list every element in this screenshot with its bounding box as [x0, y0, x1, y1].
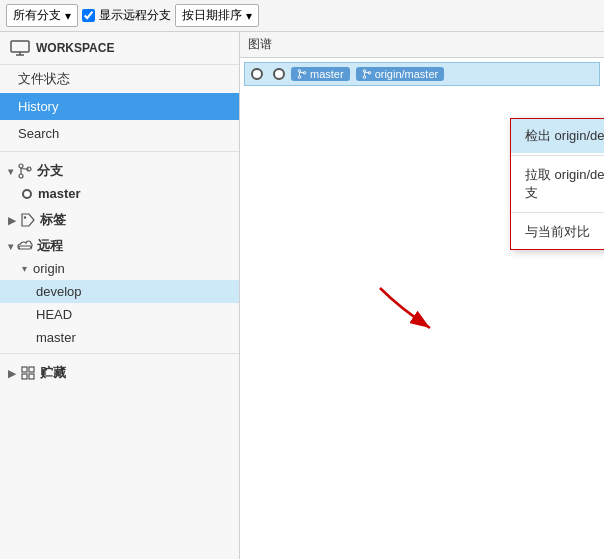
- sidebar-origin[interactable]: ▾ origin: [0, 257, 239, 280]
- origin-chevron-icon: ▾: [22, 263, 27, 274]
- toolbar: 所有分支 ▾ 显示远程分支 按日期排序 ▾: [0, 0, 604, 32]
- branch-filter-label: 所有分支: [13, 7, 61, 24]
- branches-chevron-icon: ▾: [8, 166, 13, 177]
- workspace-label: WORKSPACE: [36, 41, 114, 55]
- svg-rect-9: [29, 367, 34, 372]
- history-label: History: [18, 99, 58, 114]
- context-menu-item-compare[interactable]: 与当前对比: [511, 215, 604, 249]
- main-layout: WORKSPACE 文件状态 History Search ▾ 分支: [0, 32, 604, 559]
- graph-column-label: 图谱: [248, 37, 272, 51]
- master-badge: master: [291, 67, 350, 81]
- divider-1: [0, 151, 239, 152]
- sidebar-head[interactable]: HEAD: [0, 303, 239, 326]
- origin-master-badge: origin/master: [356, 67, 445, 81]
- sidebar-section-stash[interactable]: ▶ 贮藏: [0, 358, 239, 384]
- content-area: 图谱 master: [240, 32, 604, 559]
- context-menu-divider: [511, 155, 604, 156]
- sidebar-item-history[interactable]: History: [0, 93, 239, 120]
- commit-row[interactable]: master origin/master: [244, 62, 600, 86]
- branch-icon: [17, 163, 33, 179]
- cloud-icon: [17, 238, 33, 254]
- context-menu: 检出 origin/develop... 拉取 origin/develop 到…: [510, 118, 604, 250]
- context-menu-item-pull[interactable]: 拉取 origin/develop 到当前分支: [511, 158, 604, 210]
- tags-chevron-icon: ▶: [8, 215, 16, 226]
- sidebar-item-file-status[interactable]: 文件状态: [0, 65, 239, 93]
- remote-chevron-icon: ▾: [8, 241, 13, 252]
- sidebar-section-branches[interactable]: ▾ 分支: [0, 156, 239, 182]
- sidebar-section-tags[interactable]: ▶ 标签: [0, 205, 239, 231]
- svg-point-4: [19, 174, 23, 178]
- origin-master-badge-label: origin/master: [375, 68, 439, 80]
- origin-badge-icon: [362, 69, 372, 79]
- show-remote-checkbox-label[interactable]: 显示远程分支: [82, 7, 171, 24]
- remote-label: 远程: [37, 237, 63, 255]
- svg-rect-10: [22, 374, 27, 379]
- head-label: HEAD: [36, 307, 72, 322]
- svg-rect-11: [29, 374, 34, 379]
- branch-badge-icon: [297, 69, 307, 79]
- graph-body: master origin/master: [240, 58, 604, 559]
- commit-circle-icon: [251, 68, 263, 80]
- context-item-3-label: 与当前对比: [525, 224, 590, 239]
- stash-chevron-icon: ▶: [8, 368, 16, 379]
- sidebar-origin-master[interactable]: master: [0, 326, 239, 349]
- search-label: Search: [18, 126, 59, 141]
- develop-label: develop: [36, 284, 82, 299]
- monitor-icon: [10, 40, 30, 56]
- context-item-2-label: 拉取 origin/develop 到当前分支: [525, 167, 604, 200]
- svg-point-17: [363, 76, 366, 79]
- graph-header: 图谱: [240, 32, 604, 58]
- stash-icon: [20, 365, 36, 381]
- sidebar-item-search[interactable]: Search: [0, 120, 239, 147]
- origin-master-label: master: [36, 330, 76, 345]
- divider-2: [0, 353, 239, 354]
- workspace-header: WORKSPACE: [0, 32, 239, 65]
- chevron-down-icon-sort: ▾: [246, 9, 252, 23]
- master-branch-label: master: [38, 186, 81, 201]
- chevron-down-icon: ▾: [65, 9, 71, 23]
- commit-circle-icon-2: [273, 68, 285, 80]
- sidebar-section-remote[interactable]: ▾ 远程: [0, 231, 239, 257]
- sort-label: 按日期排序: [182, 7, 242, 24]
- branches-label: 分支: [37, 162, 63, 180]
- svg-point-7: [24, 216, 26, 218]
- show-remote-checkbox[interactable]: [82, 9, 95, 22]
- svg-rect-0: [11, 41, 29, 52]
- file-status-label: 文件状态: [18, 71, 70, 86]
- show-remote-label: 显示远程分支: [99, 7, 171, 24]
- sidebar-branch-master[interactable]: master: [0, 182, 239, 205]
- branch-filter-dropdown[interactable]: 所有分支 ▾: [6, 4, 78, 27]
- context-menu-divider-2: [511, 212, 604, 213]
- svg-point-3: [19, 164, 23, 168]
- red-arrow-annotation: [370, 278, 450, 341]
- svg-point-16: [363, 70, 366, 73]
- context-menu-item-checkout[interactable]: 检出 origin/develop...: [511, 119, 604, 153]
- arrow-svg: [370, 278, 450, 338]
- sidebar-develop[interactable]: develop: [0, 280, 239, 303]
- stash-label: 贮藏: [40, 364, 66, 382]
- sort-dropdown[interactable]: 按日期排序 ▾: [175, 4, 259, 27]
- branch-dot-icon: [22, 189, 32, 199]
- svg-point-13: [298, 76, 301, 79]
- svg-rect-8: [22, 367, 27, 372]
- master-badge-label: master: [310, 68, 344, 80]
- tags-label: 标签: [40, 211, 66, 229]
- svg-point-12: [298, 70, 301, 73]
- origin-label: origin: [33, 261, 65, 276]
- tag-icon: [20, 212, 36, 228]
- sidebar: WORKSPACE 文件状态 History Search ▾ 分支: [0, 32, 240, 559]
- context-item-1-label: 检出 origin/develop...: [525, 128, 604, 143]
